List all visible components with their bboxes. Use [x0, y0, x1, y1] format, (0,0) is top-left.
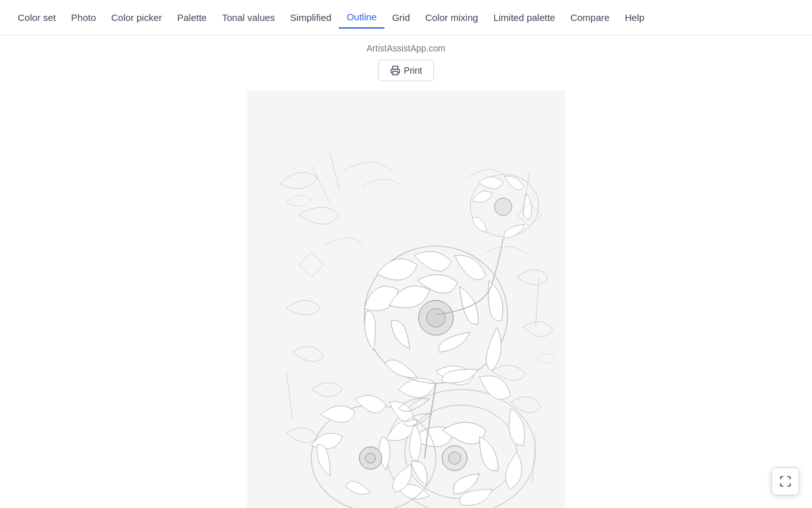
svg-point-11: [426, 309, 445, 327]
nav-item-outline[interactable]: Outline: [339, 6, 384, 29]
svg-point-13: [494, 198, 511, 215]
nav-item-simplified[interactable]: Simplified: [282, 7, 339, 28]
nav-item-palette[interactable]: Palette: [169, 7, 214, 28]
svg-point-5: [449, 452, 461, 465]
nav-item-compare[interactable]: Compare: [563, 7, 617, 28]
nav-item-photo[interactable]: Photo: [63, 7, 103, 28]
svg-rect-0: [393, 71, 398, 74]
main-nav: Color setPhotoColor pickerPaletteTonal v…: [0, 0, 812, 36]
nav-item-help[interactable]: Help: [617, 7, 652, 28]
print-label: Print: [404, 65, 422, 76]
nav-item-limited-palette[interactable]: Limited palette: [486, 7, 563, 28]
nav-item-color-picker[interactable]: Color picker: [103, 7, 169, 28]
svg-point-8: [365, 453, 376, 464]
nav-item-grid[interactable]: Grid: [384, 7, 417, 28]
print-button[interactable]: Print: [378, 60, 435, 81]
outline-sketch: [246, 90, 566, 508]
fullscreen-icon: [779, 475, 792, 488]
outline-image-container: [246, 90, 566, 508]
nav-item-color-set[interactable]: Color set: [10, 7, 63, 28]
nav-item-color-mixing[interactable]: Color mixing: [417, 7, 485, 28]
fullscreen-button[interactable]: [771, 467, 799, 495]
site-url: ArtistAssistApp.com: [367, 43, 445, 53]
print-icon: [390, 65, 400, 76]
main-content: ArtistAssistApp.com Print: [0, 36, 812, 508]
nav-item-tonal-values[interactable]: Tonal values: [214, 7, 282, 28]
